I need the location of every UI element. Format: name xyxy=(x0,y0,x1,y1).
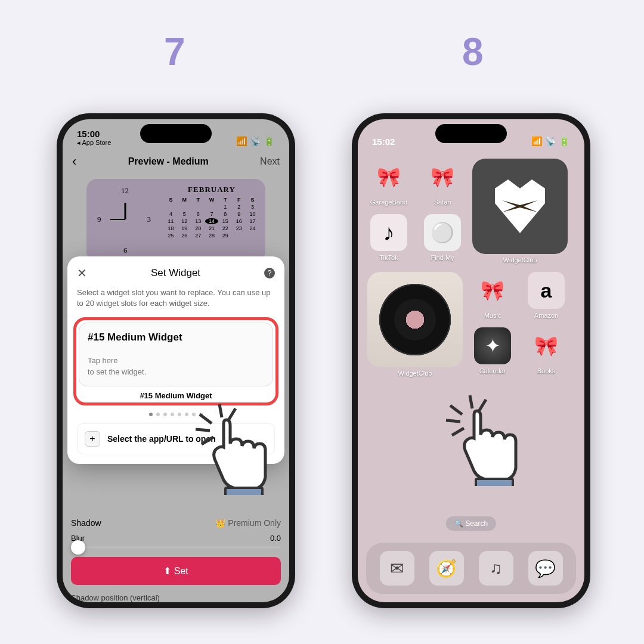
dock-messages[interactable]: 💬 xyxy=(528,551,563,586)
status-icons: 📶 📡 🔋 xyxy=(531,136,570,147)
app-tiktok[interactable]: ♪ TikTok xyxy=(367,214,410,261)
widget-vinyl[interactable]: WidgetClub xyxy=(367,272,463,377)
compass-icon: 🧭 xyxy=(436,559,457,578)
select-app-row[interactable]: + Select the app/URL to open xyxy=(77,423,275,454)
app-label: Music xyxy=(484,312,501,319)
phone-screen: 15:00 ◂ App Store 📶 📡 🔋 ‹ Preview - Medi… xyxy=(63,119,289,602)
chat-icon: 💬 xyxy=(535,559,556,578)
widget-slot-card[interactable]: #15 Medium Widget Tap here to set the wi… xyxy=(79,323,273,386)
app-garageband[interactable]: 🎀 GarageBand xyxy=(367,159,410,206)
app-label: GarageBand xyxy=(370,199,407,206)
phone-notch xyxy=(140,124,212,143)
app-amazon[interactable]: a Amazon xyxy=(525,272,568,319)
set-button[interactable]: ⬆ Set xyxy=(71,557,281,585)
app-music[interactable]: 🎀 Music xyxy=(471,272,514,319)
upload-icon: ⬆ xyxy=(163,566,171,576)
help-icon[interactable]: ? xyxy=(264,268,275,278)
shadow-position-label: Shadow position (vertical) xyxy=(71,593,281,602)
battery-icon: 🔋 xyxy=(559,136,570,147)
app-label: TikTok xyxy=(379,254,398,261)
phone-mockup-8: 15:02 📶 📡 🔋 🎀 GarageBand 🎀 xyxy=(352,113,590,608)
set-widget-modal: ✕ Set Widget ? Select a widget slot you … xyxy=(67,256,284,464)
status-time: 15:02 xyxy=(372,137,395,147)
close-icon[interactable]: ✕ xyxy=(77,266,87,280)
heart-icon xyxy=(490,177,550,236)
vinyl-record-icon xyxy=(379,284,451,355)
app-findmy[interactable]: ⚪ Find My xyxy=(421,214,464,261)
app-label: Books xyxy=(537,367,556,374)
shadow-label: Shadow xyxy=(71,518,101,528)
blur-slider[interactable] xyxy=(71,546,281,549)
app-label: Find My xyxy=(431,254,454,261)
premium-badge: 👑Premium Only xyxy=(215,518,281,528)
slot-label: #15 Medium Widget xyxy=(79,391,273,400)
slider-thumb[interactable] xyxy=(71,540,85,555)
app-label: Safari xyxy=(434,199,451,206)
slot-hint-line-1: Tap here xyxy=(88,355,264,366)
search-button[interactable]: 🔍 Search xyxy=(446,516,496,531)
music-icon: ♫ xyxy=(490,559,502,578)
page-dots xyxy=(77,413,275,416)
widget-label: WidgetClub xyxy=(503,256,537,264)
slot-title: #15 Medium Widget xyxy=(88,332,264,343)
crown-icon: 👑 xyxy=(215,518,225,528)
widget-label: WidgetClub xyxy=(398,370,432,377)
bow-icon xyxy=(502,200,538,212)
app-safari[interactable]: 🎀 Safari xyxy=(421,159,464,206)
signal-icon: 📶 xyxy=(531,136,543,147)
plus-icon[interactable]: + xyxy=(85,431,100,447)
blur-value: 0.0 xyxy=(270,534,281,543)
dock-safari[interactable]: 🧭 xyxy=(429,551,464,586)
phone-mockup-7: 15:00 ◂ App Store 📶 📡 🔋 ‹ Preview - Medi… xyxy=(57,113,295,608)
app-label: Calendar xyxy=(479,367,506,374)
app-label: Amazon xyxy=(534,312,558,319)
bottom-panel: Shadow 👑Premium Only Blur 0.0 ⬆ Set Shad… xyxy=(63,512,289,602)
app-calendar[interactable]: ✦ Calendar xyxy=(471,327,514,374)
highlight-callout: #15 Medium Widget Tap here to set the wi… xyxy=(73,317,278,405)
mail-icon: ✉ xyxy=(390,559,404,578)
step-number-7: 7 xyxy=(164,30,185,74)
dock-mail[interactable]: ✉ xyxy=(380,551,414,586)
home-screen: 15:02 📶 📡 🔋 🎀 GarageBand 🎀 xyxy=(358,119,584,602)
step-number-8: 8 xyxy=(462,30,484,74)
dock-music[interactable]: ♫ xyxy=(479,551,513,586)
dock: ✉ 🧭 ♫ 💬 xyxy=(366,543,576,594)
wifi-icon: 📡 xyxy=(545,136,556,147)
slot-hint-line-2: to set the widget. xyxy=(88,367,264,377)
widget-heart[interactable]: WidgetClub xyxy=(472,159,568,264)
phone-notch xyxy=(435,124,507,143)
modal-description: Select a widget slot you want to replace… xyxy=(77,287,275,309)
select-app-label: Select the app/URL to open xyxy=(107,434,216,444)
modal-title: Set Widget xyxy=(151,267,200,279)
home-grid: 🎀 GarageBand 🎀 Safari ♪ TikTok xyxy=(358,149,584,379)
app-books[interactable]: 🎀 Books xyxy=(525,327,568,374)
